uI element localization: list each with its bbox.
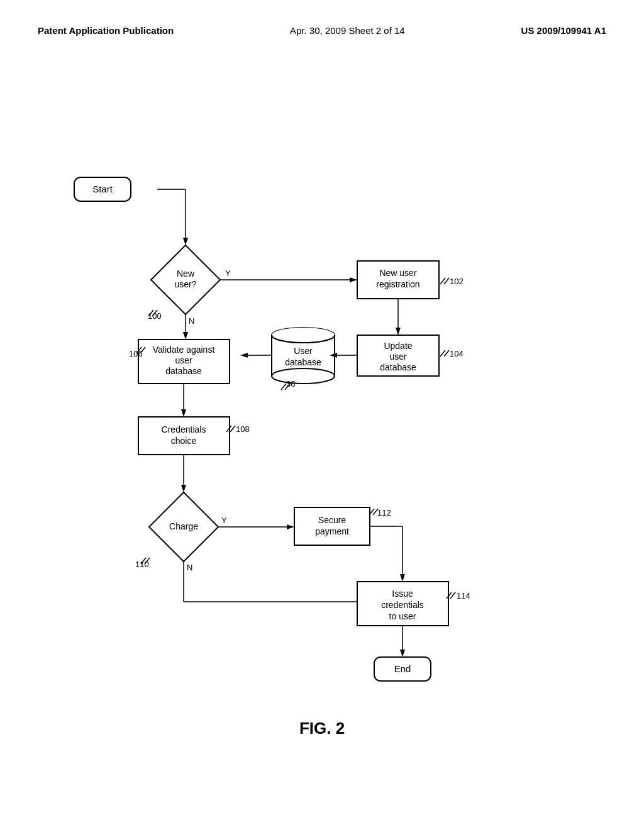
- svg-text:user: user: [175, 355, 192, 365]
- svg-text:108: 108: [236, 424, 250, 434]
- svg-text:user?: user?: [174, 279, 196, 289]
- page-header: Patent Application Publication Apr. 30, …: [0, 0, 644, 48]
- svg-text:Issue: Issue: [392, 589, 413, 599]
- svg-text:payment: payment: [315, 526, 349, 536]
- svg-marker-44: [183, 332, 188, 340]
- header-center: Apr. 30, 2009 Sheet 2 of 14: [290, 25, 405, 36]
- svg-marker-61: [181, 485, 186, 492]
- svg-text:choice: choice: [171, 436, 197, 446]
- svg-text:104: 104: [450, 349, 464, 358]
- svg-text:Validate against: Validate against: [153, 345, 215, 355]
- svg-text:Start: Start: [92, 184, 113, 194]
- header-right: US 2009/109941 A1: [521, 25, 606, 36]
- svg-text:New user: New user: [379, 268, 416, 278]
- svg-text:to user: to user: [389, 611, 416, 621]
- svg-point-31: [272, 368, 335, 384]
- svg-text:Credentials: Credentials: [162, 424, 206, 434]
- svg-text:Y: Y: [225, 268, 231, 278]
- svg-marker-4: [183, 238, 188, 245]
- svg-text:User: User: [294, 346, 313, 356]
- header-left: Patent Application Publication: [38, 25, 174, 36]
- svg-text:Charge: Charge: [169, 521, 198, 531]
- svg-text:112: 112: [377, 508, 391, 517]
- svg-text:database: database: [380, 362, 416, 372]
- svg-text:N: N: [189, 316, 194, 326]
- svg-marker-91: [400, 650, 405, 657]
- svg-marker-69: [287, 524, 294, 529]
- svg-marker-41: [240, 353, 248, 358]
- svg-text:FIG. 2: FIG. 2: [299, 719, 345, 738]
- diagram-svg: Start New user? 100 Y New user registrat…: [0, 55, 644, 778]
- svg-text:114: 114: [457, 591, 470, 600]
- svg-text:102: 102: [450, 277, 464, 286]
- svg-text:Update: Update: [384, 341, 412, 351]
- svg-text:New: New: [177, 268, 195, 279]
- svg-text:Secure: Secure: [318, 515, 347, 525]
- svg-text:database: database: [165, 366, 202, 376]
- svg-marker-21: [396, 328, 401, 335]
- svg-marker-53: [181, 409, 186, 417]
- svg-text:user: user: [389, 351, 407, 362]
- svg-text:credentials: credentials: [381, 600, 424, 610]
- svg-text:End: End: [394, 663, 411, 674]
- svg-text:106: 106: [129, 349, 143, 358]
- svg-text:database: database: [285, 357, 321, 367]
- svg-marker-13: [350, 277, 357, 282]
- svg-text:Y: Y: [221, 516, 227, 525]
- svg-text:registration: registration: [376, 279, 419, 289]
- svg-marker-78: [400, 574, 405, 582]
- diagram-area: Start New user? 100 Y New user registrat…: [0, 55, 644, 778]
- svg-text:N: N: [187, 563, 192, 572]
